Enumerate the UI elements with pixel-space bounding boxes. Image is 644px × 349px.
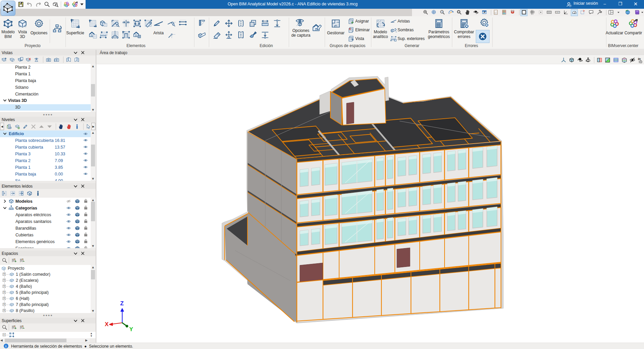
svg-text:Y: Y <box>129 326 133 333</box>
svg-text:1.00: 1.00 <box>556 11 559 13</box>
svg-text:x2: x2 <box>441 11 443 13</box>
svg-text:3D: 3D <box>638 58 641 61</box>
svg-text:DXF: DXF <box>495 11 497 13</box>
svg-text:Z: Z <box>120 300 124 307</box>
svg-text:X: X <box>105 321 109 327</box>
svg-text:i: i <box>5 344 6 348</box>
